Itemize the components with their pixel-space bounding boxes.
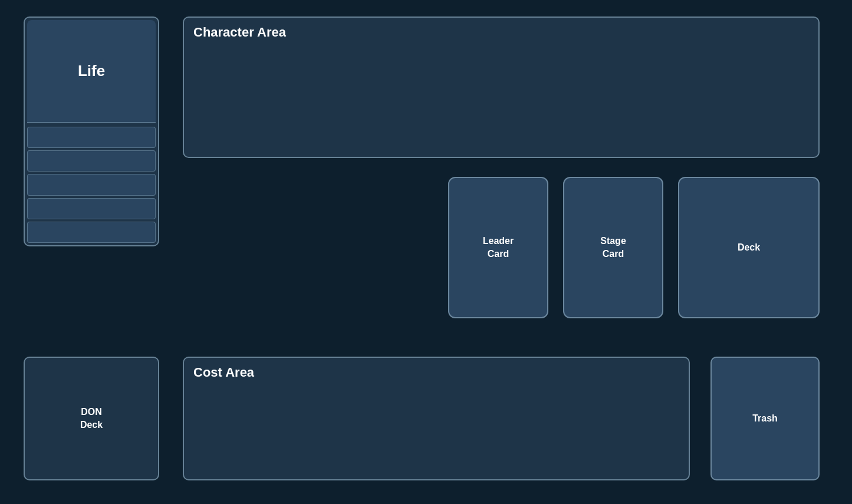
deck-label: Deck [738,241,760,254]
life-slot-2[interactable] [27,150,156,172]
stage-card-label: StageCard [600,235,626,261]
cost-area[interactable]: Cost Area [183,357,690,480]
life-slot-3[interactable] [27,174,156,195]
trash-area[interactable]: Trash [710,357,820,480]
stage-card-slot[interactable]: StageCard [563,177,663,318]
game-board: Life Character Area LeaderCard StageCard… [0,0,852,504]
life-main-card[interactable]: Life [27,20,156,123]
life-area[interactable]: Life [24,17,159,246]
cost-area-label: Cost Area [193,365,254,380]
life-slot-1[interactable] [27,127,156,148]
life-slot-4[interactable] [27,198,156,219]
don-deck[interactable]: DONDeck [24,357,159,480]
deck-slot[interactable]: Deck [678,177,820,318]
leader-card-label: LeaderCard [483,235,514,261]
trash-label: Trash [752,413,778,424]
middle-row: LeaderCard StageCard Deck [448,174,820,321]
life-slot-5[interactable] [27,222,156,243]
character-area[interactable]: Character Area [183,17,820,158]
life-slots-container [25,123,158,245]
leader-card-slot[interactable]: LeaderCard [448,177,548,318]
don-deck-label: DONDeck [80,406,103,432]
character-area-label: Character Area [193,25,286,39]
life-label: Life [78,62,105,80]
